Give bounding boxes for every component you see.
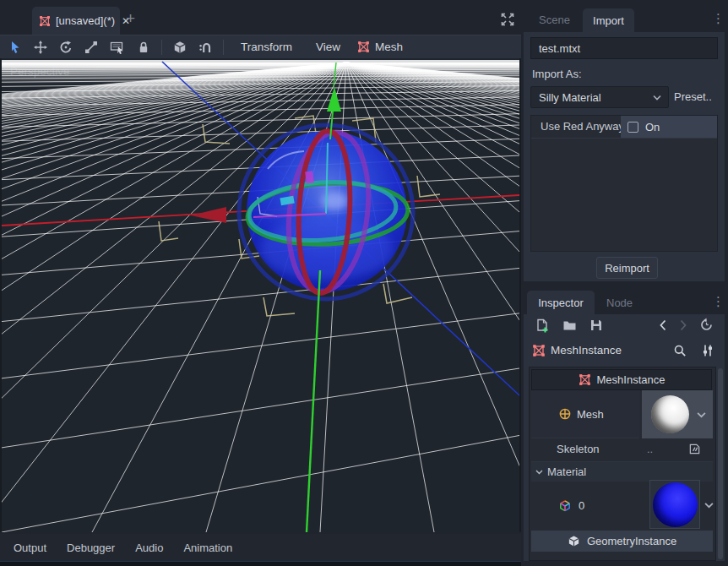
projection-label[interactable]: Perspective xyxy=(10,65,70,78)
spatial-toolbar: Transform View Mesh xyxy=(0,35,521,58)
viewport-3d[interactable]: Perspective xyxy=(0,58,521,532)
geometry-cube-icon xyxy=(568,535,580,547)
transform-menu[interactable]: Transform xyxy=(229,41,304,53)
tab-node[interactable]: Node xyxy=(606,297,633,309)
import-file-name-bar: test.mtxt xyxy=(530,37,718,59)
material-section-header[interactable]: Material xyxy=(531,462,713,482)
importer-dropdown-value: Silly Material xyxy=(539,91,601,104)
bottom-tab-animation[interactable]: Animation xyxy=(178,539,237,557)
select-tool-icon[interactable] xyxy=(8,41,22,54)
inspector-dock-menu-icon[interactable]: ⋮ xyxy=(712,296,725,307)
material-preview-sphere xyxy=(653,482,698,527)
expand-viewport-icon[interactable] xyxy=(500,12,515,27)
object-name: MeshInstance xyxy=(551,344,622,356)
node-path-assign-icon[interactable] xyxy=(688,443,701,455)
geometryinstance-category-header[interactable]: GeometryInstance xyxy=(531,531,713,552)
preset-button[interactable]: Preset.. xyxy=(674,90,712,103)
snap-magnet-icon[interactable] xyxy=(198,41,212,54)
bottom-tab-debugger[interactable]: Debugger xyxy=(62,539,120,557)
godot-editor-window: [unsaved](*) ✕ + xyxy=(0,0,728,566)
import-dock: test.mtxt Import As: Silly Material Pres… xyxy=(524,32,725,281)
scene-tab-unsaved[interactable]: [unsaved](*) ✕ xyxy=(32,7,120,35)
bottom-panel-bar: Output Debugger Audio Animation xyxy=(0,534,521,561)
skeleton-property-value[interactable]: .. xyxy=(647,443,653,455)
tab-inspector[interactable]: Inspector xyxy=(527,291,595,314)
history-icon[interactable] xyxy=(699,318,714,332)
option-name: Use Red Anyway xyxy=(541,120,624,133)
class-header-label: MeshInstance xyxy=(597,373,666,386)
class-header-icon xyxy=(579,373,591,386)
add-scene-tab-button[interactable]: + xyxy=(126,10,135,26)
option-row: Use Red Anyway On xyxy=(531,116,717,139)
history-forward-icon[interactable] xyxy=(679,319,687,331)
skeleton-property-row: Skeleton .. xyxy=(531,438,713,462)
reimport-button[interactable]: Reimport xyxy=(596,257,658,279)
object-tools-icon[interactable] xyxy=(701,344,714,357)
option-checkbox-label: On xyxy=(645,121,660,133)
chevron-down-icon[interactable] xyxy=(704,502,714,509)
chevron-down-icon xyxy=(653,95,661,101)
section-collapse-icon xyxy=(535,470,543,475)
option-checkbox[interactable] xyxy=(627,122,638,133)
rotate-tool-icon[interactable] xyxy=(59,41,73,54)
move-tool-icon[interactable] xyxy=(34,41,47,54)
horizon-glow xyxy=(2,63,519,84)
scene-tab-title: [unsaved](*) xyxy=(56,14,115,27)
history-back-icon[interactable] xyxy=(659,319,667,331)
local-space-cube-icon[interactable] xyxy=(173,41,187,54)
mesh-property-label: Mesh xyxy=(577,408,604,421)
save-resource-icon[interactable] xyxy=(589,318,603,332)
tab-inspector-label: Inspector xyxy=(538,297,583,309)
material-section-label: Material xyxy=(547,465,586,478)
mesh-menu[interactable]: Mesh xyxy=(352,41,415,53)
tab-import[interactable]: Import xyxy=(583,8,634,32)
import-options-panel: Use Red Anyway On xyxy=(530,115,718,252)
bottom-tab-output[interactable]: Output xyxy=(8,539,52,557)
inspector-dock: MeshInstance xyxy=(524,314,725,561)
tab-import-label: Import xyxy=(593,14,624,27)
option-value-cell[interactable]: On xyxy=(621,116,717,138)
lock-icon[interactable] xyxy=(137,41,150,54)
chevron-down-icon[interactable] xyxy=(697,411,706,418)
list-select-tool-icon[interactable] xyxy=(110,41,125,54)
inspector-properties: MeshInstance Mesh Skeleton xyxy=(529,367,716,561)
view-menu[interactable]: View xyxy=(304,41,352,53)
import-as-label: Import As: xyxy=(532,68,582,80)
import-dock-menu-icon[interactable]: ⋮ xyxy=(712,13,725,24)
mesh-preview-sphere xyxy=(651,395,689,433)
mesh-property-row: Mesh xyxy=(531,390,639,438)
toolbar-separator xyxy=(223,40,224,55)
material-slot-label: 0 xyxy=(579,499,584,512)
bottom-tab-audio[interactable]: Audio xyxy=(130,539,168,557)
new-resource-icon[interactable] xyxy=(535,318,550,334)
class-header-meshinstance: MeshInstance xyxy=(531,369,712,390)
object-meshinstance-icon xyxy=(532,344,546,357)
load-resource-folder-icon[interactable] xyxy=(562,319,577,332)
import-file-name: test.mtxt xyxy=(539,42,580,55)
meshinstance-node-icon xyxy=(39,15,51,27)
material-preview-box[interactable] xyxy=(649,480,700,529)
mesh-resource-icon xyxy=(558,407,572,421)
geometryinstance-category-label: GeometryInstance xyxy=(587,535,676,547)
viewport-canvas xyxy=(2,58,519,532)
toolbar-separator xyxy=(161,40,162,55)
inspector-scrollbar[interactable] xyxy=(718,368,723,559)
mesh-menu-icon xyxy=(357,41,370,53)
mesh-menu-label: Mesh xyxy=(375,41,403,53)
scale-tool-icon[interactable] xyxy=(84,41,98,54)
mesh-preview-cell[interactable] xyxy=(642,390,713,438)
reimport-button-label: Reimport xyxy=(605,262,649,275)
skeleton-property-label: Skeleton xyxy=(557,443,600,455)
material-slot-row: 0 xyxy=(531,482,713,531)
importer-dropdown[interactable]: Silly Material xyxy=(530,86,669,108)
material-resource-icon xyxy=(558,499,572,513)
search-icon[interactable] xyxy=(673,344,687,357)
tab-scene[interactable]: Scene xyxy=(539,14,570,26)
